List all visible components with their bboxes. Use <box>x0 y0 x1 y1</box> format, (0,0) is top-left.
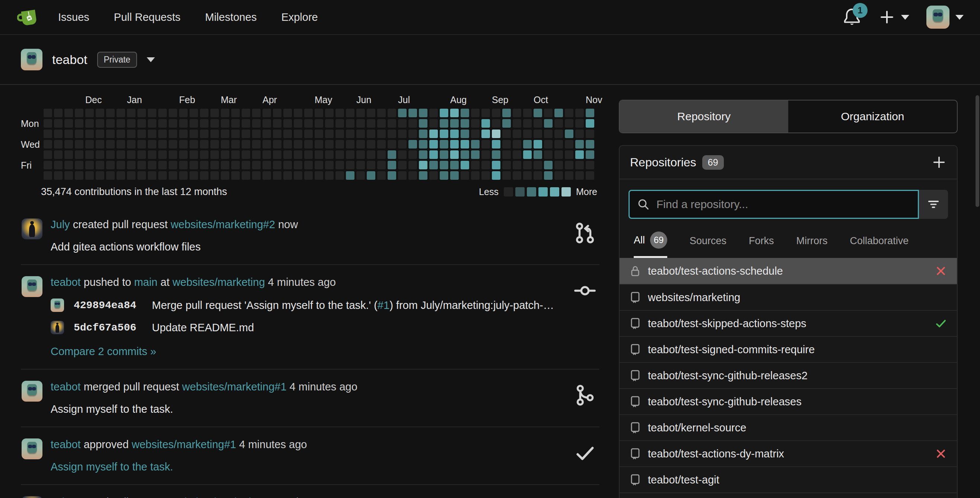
heatmap-cell[interactable] <box>169 140 177 149</box>
heatmap-cell[interactable] <box>221 109 229 117</box>
repo-row[interactable]: teabot/test-sync-github-releases2 <box>620 362 957 388</box>
heatmap-cell[interactable] <box>398 140 407 149</box>
user-menu[interactable] <box>926 6 964 29</box>
heatmap-cell[interactable] <box>575 109 584 117</box>
heatmap-cell[interactable] <box>502 161 511 169</box>
heatmap-cell[interactable] <box>96 171 104 180</box>
heatmap-cell[interactable] <box>513 130 521 138</box>
heatmap-cell[interactable] <box>273 151 282 159</box>
repo-row[interactable]: teabot/test-actions-dy-matrix <box>620 440 957 466</box>
heatmap-cell[interactable] <box>513 109 521 117</box>
heatmap-cell[interactable] <box>336 151 344 159</box>
heatmap-cell[interactable] <box>440 109 448 117</box>
heatmap-cell[interactable] <box>492 109 500 117</box>
heatmap-cell[interactable] <box>127 109 135 117</box>
heatmap-cell[interactable] <box>231 161 240 169</box>
heatmap-cell[interactable] <box>137 130 146 138</box>
commit-sha[interactable]: 429894ea84 <box>74 300 136 311</box>
heatmap-cell[interactable] <box>429 130 438 138</box>
heatmap-cell[interactable] <box>200 130 208 138</box>
heatmap-cell[interactable] <box>336 140 344 149</box>
heatmap-cell[interactable] <box>325 171 334 180</box>
feed-link[interactable]: #1 <box>377 299 390 311</box>
heatmap-cell[interactable] <box>283 130 292 138</box>
status-success-icon[interactable] <box>935 317 947 330</box>
heatmap-cell[interactable] <box>554 119 563 128</box>
heatmap-cell[interactable] <box>367 130 375 138</box>
heatmap-cell[interactable] <box>158 130 167 138</box>
heatmap-cell[interactable] <box>231 130 240 138</box>
heatmap-cell[interactable] <box>158 151 167 159</box>
heatmap-cell[interactable] <box>169 151 177 159</box>
heatmap-cell[interactable] <box>116 140 125 149</box>
heatmap-cell[interactable] <box>367 171 375 180</box>
heatmap-cell[interactable] <box>200 171 208 180</box>
heatmap-cell[interactable] <box>106 130 115 138</box>
heatmap-cell[interactable] <box>200 151 208 159</box>
heatmap-cell[interactable] <box>221 140 229 149</box>
heatmap-cell[interactable] <box>356 151 365 159</box>
heatmap-cell[interactable] <box>367 161 375 169</box>
heatmap-cell[interactable] <box>127 151 135 159</box>
heatmap-cell[interactable] <box>367 140 375 149</box>
heatmap-cell[interactable] <box>54 161 62 169</box>
filter-tab-collaborative[interactable]: Collaborative <box>850 232 909 258</box>
feed-link[interactable]: teabot <box>51 438 81 450</box>
heatmap-cell[interactable] <box>565 140 573 149</box>
heatmap-cell[interactable] <box>492 151 500 159</box>
repo-row[interactable]: teabot/kernel-source <box>620 414 957 440</box>
heatmap-cell[interactable] <box>565 161 573 169</box>
heatmap-cell[interactable] <box>252 109 261 117</box>
heatmap-cell[interactable] <box>64 109 73 117</box>
heatmap-cell[interactable] <box>179 171 188 180</box>
heatmap-cell[interactable] <box>148 151 156 159</box>
heatmap-cell[interactable] <box>513 151 521 159</box>
heatmap-cell[interactable] <box>356 130 365 138</box>
heatmap-cell[interactable] <box>377 171 386 180</box>
heatmap-cell[interactable] <box>294 161 302 169</box>
new-repository-button[interactable] <box>932 155 947 170</box>
heatmap-cell[interactable] <box>262 119 271 128</box>
heatmap-cell[interactable] <box>64 151 73 159</box>
heatmap-cell[interactable] <box>294 109 302 117</box>
heatmap-cell[interactable] <box>283 171 292 180</box>
heatmap-cell[interactable] <box>325 119 334 128</box>
heatmap-cell[interactable] <box>64 140 73 149</box>
heatmap-cell[interactable] <box>273 161 282 169</box>
heatmap-cell[interactable] <box>315 151 323 159</box>
heatmap-cell[interactable] <box>221 151 229 159</box>
heatmap-cell[interactable] <box>471 151 480 159</box>
heatmap-cell[interactable] <box>544 161 552 169</box>
heatmap-cell[interactable] <box>502 119 511 128</box>
heatmap-cell[interactable] <box>471 140 480 149</box>
heatmap-cell[interactable] <box>158 140 167 149</box>
heatmap-cell[interactable] <box>575 171 584 180</box>
heatmap-cell[interactable] <box>304 151 313 159</box>
heatmap-cell[interactable] <box>461 130 469 138</box>
heatmap-cell[interactable] <box>398 130 407 138</box>
heatmap-cell[interactable] <box>137 109 146 117</box>
heatmap-cell[interactable] <box>231 140 240 149</box>
feed-link[interactable]: websites/marketing#1 <box>132 438 236 450</box>
heatmap-cell[interactable] <box>450 171 459 180</box>
heatmap-cell[interactable] <box>409 119 417 128</box>
heatmap-cell[interactable] <box>440 119 448 128</box>
feed-link[interactable]: websites/marketing#2 <box>170 219 275 230</box>
heatmap-cell[interactable] <box>169 171 177 180</box>
heatmap-cell[interactable] <box>492 171 500 180</box>
feed-link[interactable]: teabot <box>51 381 81 393</box>
feed-link[interactable]: websites/marketing#1 <box>170 496 275 498</box>
avatar[interactable] <box>22 438 43 459</box>
avatar[interactable] <box>51 321 64 334</box>
heatmap-cell[interactable] <box>262 151 271 159</box>
heatmap-cell[interactable] <box>273 130 282 138</box>
heatmap-cell[interactable] <box>252 151 261 159</box>
heatmap-cell[interactable] <box>242 109 250 117</box>
heatmap-cell[interactable] <box>189 119 198 128</box>
heatmap-cell[interactable] <box>471 109 480 117</box>
feed-link[interactable]: July <box>51 219 70 230</box>
heatmap-cell[interactable] <box>169 109 177 117</box>
heatmap-cell[interactable] <box>148 171 156 180</box>
caret-down-icon[interactable] <box>147 57 155 62</box>
heatmap-cell[interactable] <box>106 119 115 128</box>
